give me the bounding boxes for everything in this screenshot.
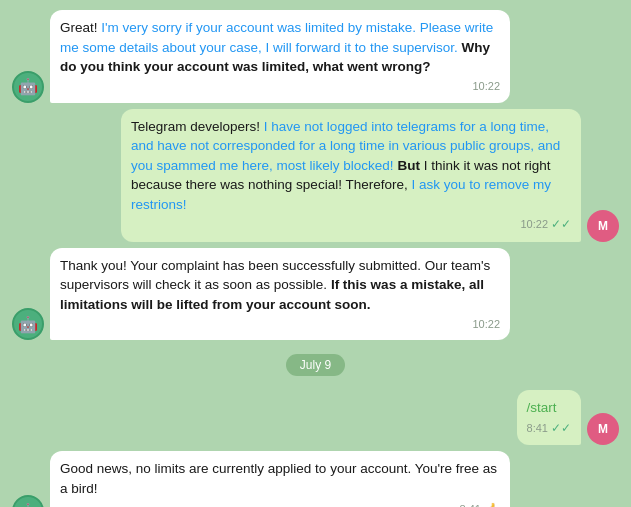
bubble-footer-5: 8:41 👍 [60,501,500,507]
bubble-footer-3: 10:22 [60,317,500,333]
bubble-footer-4: 8:41 ✓✓ [527,420,571,437]
user-avatar-2: M [587,210,619,242]
message-row-3: 🤖 Thank you! Your complaint has been suc… [12,248,619,341]
bot-bubble-1: Great! I'm very sorry if your account wa… [50,10,510,103]
message-row-1: 🤖 Great! I'm very sorry if your account … [12,10,619,103]
bot-icon-1: 🤖 [18,77,38,96]
bot-avatar-5: 🤖 [12,495,44,507]
bot-avatar-1: 🤖 [12,71,44,103]
check-icon-4: ✓✓ [551,420,571,437]
user-avatar-4: M [587,413,619,445]
bubble-text-4: /start [527,398,571,418]
timestamp-4: 8:41 [527,421,548,437]
message-row-4: M /start 8:41 ✓✓ [12,390,619,445]
date-divider: July 9 [12,354,619,376]
thumb-reaction-5: 👍 [484,501,500,507]
user-bubble-2: Telegram developers! I have not logged i… [121,109,581,242]
bot-avatar-3: 🤖 [12,308,44,340]
bubble-text-5: Good news, no limits are currently appli… [60,459,500,498]
timestamp-5: 8:41 [460,502,481,507]
check-icon-2: ✓✓ [551,216,571,233]
date-pill: July 9 [286,354,345,376]
bubble-footer-2: 10:22 ✓✓ [131,216,571,233]
bubble-footer-1: 10:22 [60,79,500,95]
timestamp-1: 10:22 [472,79,500,95]
message-row-2: M Telegram developers! I have not logged… [12,109,619,242]
bot-bubble-3: Thank you! Your complaint has been succe… [50,248,510,341]
bot-icon-5: 🤖 [18,502,38,507]
bubble-text-2: Telegram developers! I have not logged i… [131,117,571,215]
bubble-text-1: Great! I'm very sorry if your account wa… [60,18,500,77]
timestamp-2: 10:22 [520,217,548,233]
bot-icon-3: 🤖 [18,315,38,334]
bubble-text-3: Thank you! Your complaint has been succe… [60,256,500,315]
bot-bubble-5: Good news, no limits are currently appli… [50,451,510,507]
chat-container: 🤖 Great! I'm very sorry if your account … [0,0,631,507]
message-row-5: 🤖 Good news, no limits are currently app… [12,451,619,507]
timestamp-3: 10:22 [472,317,500,333]
user-bubble-4: /start 8:41 ✓✓ [517,390,581,445]
